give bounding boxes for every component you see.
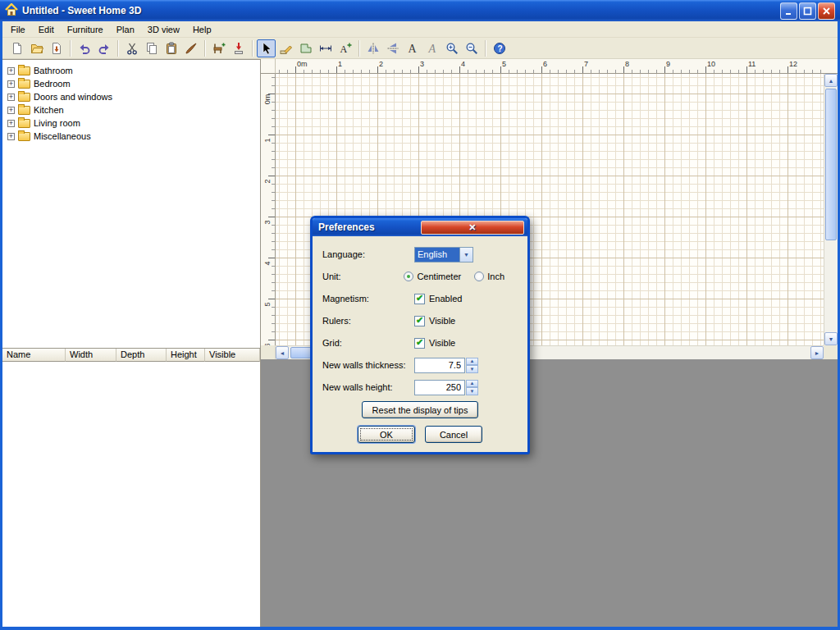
spinner-up-button[interactable]: ▲	[466, 380, 478, 388]
menu-3d-view[interactable]: 3D view	[141, 22, 186, 37]
menu-furniture[interactable]: Furniture	[61, 22, 110, 37]
close-button[interactable]	[818, 2, 835, 20]
menu-help[interactable]: Help	[186, 22, 218, 37]
scroll-thumb[interactable]	[825, 89, 837, 240]
dialog-close-button[interactable]: ✕	[421, 221, 525, 235]
modify-text-style-button[interactable]: A	[403, 39, 422, 57]
rulers-label: Rulers:	[322, 316, 414, 326]
grid-label: Grid:	[322, 338, 414, 348]
expand-icon[interactable]: +	[7, 80, 15, 88]
ruler-label: 8	[625, 60, 629, 68]
tree-item-label: Bathroom	[34, 66, 73, 75]
unit-label: Unit:	[322, 272, 404, 281]
help-button[interactable]: ?	[490, 39, 509, 57]
ruler-label: 7	[584, 60, 588, 68]
new-home-button[interactable]	[7, 39, 26, 57]
magnetism-checkbox-label[interactable]: Enabled	[429, 294, 462, 304]
scroll-right-button[interactable]: ►	[810, 346, 824, 359]
unit-row: Unit: Centimeter Inch	[322, 268, 518, 285]
centimeter-radio-label[interactable]: Centimeter	[417, 272, 461, 281]
scroll-left-button[interactable]: ◄	[276, 346, 289, 359]
toolbar-separator	[485, 40, 486, 57]
copy-button[interactable]	[142, 39, 161, 57]
spinner-down-button[interactable]: ▼	[466, 387, 478, 395]
centimeter-radio[interactable]	[404, 272, 413, 281]
select-tool-button[interactable]	[257, 39, 276, 57]
add-text-button[interactable]: A	[336, 39, 354, 57]
dialog-title-bar[interactable]: Preferences ✕	[313, 218, 527, 236]
column-header-name[interactable]: Name	[2, 349, 66, 362]
tree-item-kitchen[interactable]: + Kitchen	[2, 103, 260, 116]
scroll-down-button[interactable]: ▼	[824, 332, 838, 345]
ok-button[interactable]: OK	[358, 426, 415, 443]
menu-plan[interactable]: Plan	[110, 22, 141, 37]
menu-edit[interactable]: Edit	[32, 22, 61, 37]
undo-button[interactable]	[75, 39, 94, 57]
column-header-visible[interactable]: Visible	[205, 349, 260, 362]
create-dimensions-button[interactable]	[316, 39, 335, 57]
cut-button[interactable]	[122, 39, 141, 57]
maximize-button[interactable]	[799, 2, 816, 20]
tree-item-bathroom[interactable]: + Bathroom	[2, 64, 260, 77]
create-rooms-button[interactable]	[296, 39, 315, 57]
create-walls-button[interactable]	[276, 39, 295, 57]
spinner-up-button[interactable]: ▲	[466, 358, 478, 366]
redo-button[interactable]	[94, 39, 113, 57]
expand-icon[interactable]: +	[7, 120, 15, 127]
furniture-list[interactable]	[2, 362, 261, 627]
zoom-out-button[interactable]	[462, 39, 481, 57]
open-home-button[interactable]	[27, 39, 46, 57]
flip-vertically-button[interactable]	[383, 39, 402, 57]
add-furniture-button[interactable]	[209, 39, 228, 57]
tree-item-bedroom[interactable]: + Bedroom	[2, 77, 260, 90]
expand-icon[interactable]: +	[7, 67, 15, 75]
tree-item-miscellaneous[interactable]: + Miscellaneous	[2, 130, 260, 143]
grid-checkbox[interactable]	[414, 338, 425, 349]
tree-item-doors-and-windows[interactable]: + Doors and windows	[2, 90, 260, 103]
ruler-label: 0m	[263, 92, 272, 107]
magnetism-label: Magnetism:	[322, 294, 414, 304]
menu-bar: File Edit Furniture Plan 3D view Help	[2, 21, 838, 38]
expand-icon[interactable]: +	[7, 94, 15, 101]
flip-horizontally-button[interactable]	[363, 39, 382, 57]
toolbar-separator	[252, 40, 253, 57]
save-home-button[interactable]	[47, 39, 66, 57]
delete-button[interactable]	[181, 39, 200, 57]
magnetism-checkbox[interactable]	[414, 294, 425, 304]
walls-height-label: New walls height:	[322, 382, 414, 392]
walls-thickness-input[interactable]	[414, 358, 465, 373]
folder-icon	[18, 106, 30, 115]
inch-radio-label[interactable]: Inch	[487, 272, 504, 281]
paste-button[interactable]	[162, 39, 180, 57]
menu-file[interactable]: File	[4, 22, 32, 37]
expand-icon[interactable]: +	[7, 107, 15, 114]
grid-checkbox-label[interactable]: Visible	[429, 338, 455, 348]
inch-radio[interactable]	[474, 272, 484, 281]
column-header-height[interactable]: Height	[167, 349, 205, 362]
language-selected-value: English	[415, 248, 459, 262]
walls-height-input[interactable]	[414, 380, 465, 395]
italic-text-style-button[interactable]: A	[422, 39, 441, 57]
rulers-checkbox[interactable]	[414, 316, 425, 326]
rulers-checkbox-label[interactable]: Visible	[429, 316, 455, 326]
plan-vertical-scrollbar[interactable]: ▲ ▼	[824, 74, 838, 345]
expand-icon[interactable]: +	[7, 133, 15, 140]
tree-item-living-room[interactable]: + Living room	[2, 116, 260, 130]
chevron-down-icon[interactable]: ▼	[459, 248, 472, 262]
window-title: Untitled - Sweet Home 3D	[22, 5, 780, 16]
zoom-in-button[interactable]	[442, 39, 461, 57]
ruler-label: 2	[263, 174, 272, 189]
column-header-width[interactable]: Width	[66, 349, 116, 362]
import-furniture-button[interactable]	[229, 39, 248, 57]
minimize-button[interactable]	[780, 2, 797, 20]
column-header-depth[interactable]: Depth	[116, 349, 167, 362]
spinner-down-button[interactable]: ▼	[466, 365, 478, 373]
language-label: Language:	[322, 249, 414, 259]
scroll-up-button[interactable]: ▲	[824, 74, 838, 87]
scrollbar-corner	[824, 345, 838, 359]
reset-tips-button[interactable]: Reset the display of tips	[362, 401, 479, 418]
title-bar[interactable]: Untitled - Sweet Home 3D	[0, 0, 840, 21]
svg-text:A: A	[427, 43, 436, 55]
cancel-button[interactable]: Cancel	[425, 426, 482, 443]
language-select[interactable]: English ▼	[414, 247, 473, 262]
